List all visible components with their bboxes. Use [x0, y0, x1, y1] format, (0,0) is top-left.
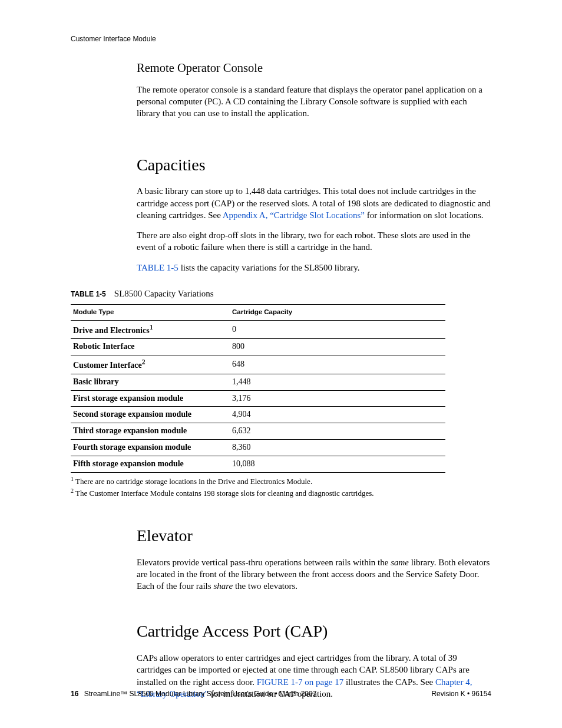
cell-capacity: 6,632 — [230, 423, 445, 440]
link-figure-1-7[interactable]: FIGURE 1-7 on page 17 — [257, 677, 343, 687]
emphasis: same — [391, 558, 409, 567]
heading-elevator: Elevator — [137, 525, 491, 547]
cell-module: Basic library — [71, 374, 230, 390]
table-caption: TABLE 1-5SL8500 Capacity Variations — [71, 288, 491, 299]
emphasis: share — [213, 581, 233, 591]
table-row: Fifth storage expansion module10,088 — [71, 456, 445, 473]
table-row: Customer Interface2648 — [71, 355, 445, 374]
page-footer: 16 StreamLine™ SL8500 Modular Library Sy… — [71, 689, 491, 699]
link-table-1-5[interactable]: TABLE 1-5 — [137, 263, 178, 272]
column-header-capacity: Cartridge Capacity — [230, 305, 445, 321]
cell-module: Customer Interface2 — [71, 355, 230, 374]
table-row: Basic library1,448 — [71, 374, 445, 390]
heading-cap: Cartridge Access Port (CAP) — [137, 620, 491, 643]
running-header: Customer Interface Module — [71, 34, 491, 44]
paragraph: Elevators provide vertical pass-thru ope… — [137, 556, 491, 592]
page-number: 16 — [71, 690, 78, 698]
text: the two elevators. — [233, 581, 297, 591]
heading-remote-operator-console: Remote Operator Console — [137, 60, 491, 77]
paragraph: The remote operator console is a standar… — [137, 84, 491, 120]
table-row: Third storage expansion module6,632 — [71, 423, 445, 440]
footer-right-text: Revision K • 96154 — [431, 689, 491, 699]
heading-capacities: Capacities — [137, 154, 491, 176]
cell-module: Fourth storage expansion module — [71, 440, 230, 456]
cell-module: First storage expansion module — [71, 390, 230, 407]
cell-capacity: 648 — [230, 355, 445, 374]
cell-capacity: 3,176 — [230, 390, 445, 407]
cell-capacity: 800 — [230, 339, 445, 355]
table-label: TABLE 1-5 — [71, 290, 106, 298]
link-appendix-a[interactable]: Appendix A, “Cartridge Slot Locations” — [223, 210, 365, 220]
cell-module: Fifth storage expansion module — [71, 456, 230, 473]
table-row: First storage expansion module3,176 — [71, 390, 445, 407]
footnote-text: There are no cartridge storage locations… — [74, 477, 312, 486]
cell-capacity: 4,904 — [230, 407, 445, 423]
capacity-table: Module Type Cartridge Capacity Drive and… — [71, 304, 445, 473]
cell-capacity: 1,448 — [230, 374, 445, 390]
footer-left-text: StreamLine™ SL8500 Modular Library Syste… — [84, 690, 317, 698]
text: illustrates the CAPs. See — [343, 677, 435, 687]
cell-capacity: 10,088 — [230, 456, 445, 473]
cell-module: Robotic Interface — [71, 339, 230, 355]
paragraph: A basic library can store up to 1,448 da… — [137, 185, 491, 221]
table-footnotes: 1 There are no cartridge storage locatio… — [71, 475, 491, 499]
text: Elevators provide vertical pass-thru ope… — [137, 558, 391, 567]
table-row: Robotic Interface800 — [71, 339, 445, 355]
cell-module: Second storage expansion module — [71, 407, 230, 423]
cell-module: Third storage expansion module — [71, 423, 230, 440]
cell-capacity: 0 — [230, 320, 445, 339]
text: lists the capacity variations for the SL… — [178, 263, 360, 272]
table-row: Second storage expansion module4,904 — [71, 407, 445, 423]
paragraph: There are also eight drop-off slots in t… — [137, 229, 491, 253]
text: for information on slot locations. — [365, 210, 484, 220]
table-row: Fourth storage expansion module8,360 — [71, 440, 445, 456]
table-title: SL8500 Capacity Variations — [114, 289, 214, 298]
cell-module: Drive and Electronics1 — [71, 320, 230, 339]
cell-capacity: 8,360 — [230, 440, 445, 456]
table-row: Drive and Electronics10 — [71, 320, 445, 339]
column-header-module: Module Type — [71, 305, 230, 321]
footnote-text: The Customer Interface Module contains 1… — [74, 489, 374, 498]
paragraph: TABLE 1-5 lists the capacity variations … — [137, 262, 491, 274]
